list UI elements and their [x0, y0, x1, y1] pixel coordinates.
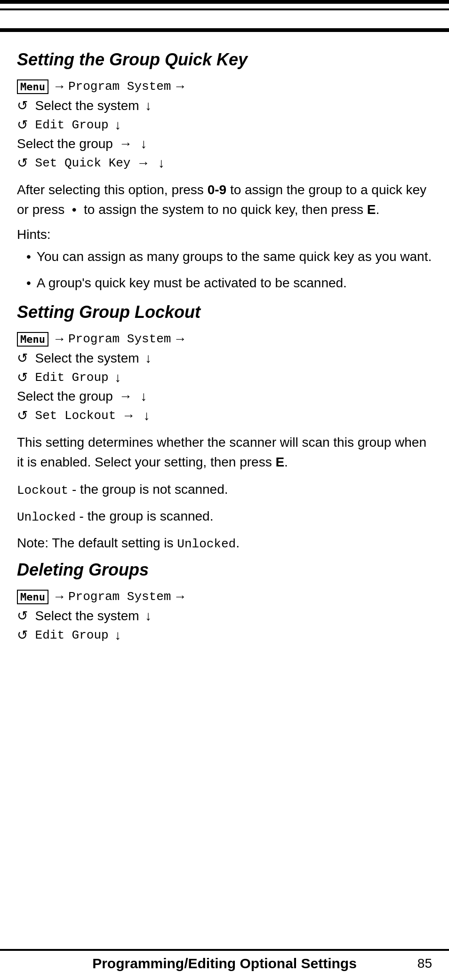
nav-line-2-1: Menu → Program System →: [17, 332, 432, 347]
lockout-text-2: - the group is scanned.: [76, 509, 214, 523]
description-quick-key: After selecting this option, press 0-9 t…: [17, 180, 432, 220]
footer-title: Programming/Editing Optional Settings: [92, 956, 357, 972]
rotate-icon-1-1: ↺: [17, 98, 28, 113]
note-mono: Unlocked: [177, 537, 236, 551]
lockout-mono-2: Unlocked: [17, 510, 76, 524]
select-system-1: Select the system: [28, 98, 139, 113]
nav-line-1-2: ↺ Select the system ↓: [17, 98, 432, 113]
select-group-1: Select the group: [17, 136, 113, 151]
top-border-thin: [0, 8, 449, 10]
nav-line-1-3: ↺ Edit Group ↓: [17, 117, 432, 133]
section-title-quick-key: Setting the Group Quick Key: [17, 50, 432, 70]
rotate-icon-2-3: ↺: [17, 408, 28, 423]
arrow-right-1-3: →: [115, 136, 132, 151]
section-title-lockout: Setting Group Lockout: [17, 302, 432, 322]
lockout-mono-1: Lockout: [17, 483, 68, 498]
hints-label: Hints:: [17, 227, 432, 242]
lockout-text-1: - the group is not scanned.: [68, 482, 228, 497]
bullet-list-1: You can assign as many groups to the sam…: [26, 247, 432, 293]
nav-line-2-2: ↺ Select the system ↓: [17, 350, 432, 366]
nav-line-3-1: Menu → Program System →: [17, 589, 432, 604]
arrow-right-2-4: →: [118, 408, 135, 423]
nav-line-1-1: Menu → Program System →: [17, 79, 432, 94]
arrow-right-1-4: →: [133, 156, 150, 171]
rotate-icon-1-2: ↺: [17, 117, 28, 133]
bullet-item-1: You can assign as many groups to the sam…: [26, 247, 432, 267]
bottom-section: Programming/Editing Optional Settings 85: [0, 949, 449, 980]
nav-line-1-5: ↺ Set Quick Key → ↓: [17, 155, 432, 171]
bold-e-1: E: [367, 202, 376, 217]
nav-line-2-4: Select the group → ↓: [17, 389, 432, 404]
menu-box-2: Menu: [17, 332, 48, 347]
arrow-right-2-2: →: [173, 332, 186, 347]
select-system-2: Select the system: [28, 351, 139, 366]
bullet-item-2: A group's quick key must be activated to…: [26, 273, 432, 293]
rotate-icon-2-2: ↺: [17, 370, 28, 385]
rotate-icon-1-3: ↺: [17, 155, 28, 171]
edit-group-1: Edit Group: [28, 118, 109, 132]
set-quick-key: Set Quick Key: [28, 156, 130, 170]
rotate-icon-3-1: ↺: [17, 608, 28, 624]
program-system-2-1: Program System: [68, 332, 171, 346]
arrow-down-2-4: ↓: [140, 408, 150, 423]
arrow-right-1-2: →: [173, 79, 186, 94]
nav-line-3-2: ↺ Select the system ↓: [17, 608, 432, 624]
description-lockout: This setting determines whether the scan…: [17, 433, 432, 472]
edit-group-2: Edit Group: [28, 371, 109, 385]
set-lockout: Set Lockout: [28, 409, 116, 423]
bullet-text-2: A group's quick key must be activated to…: [37, 273, 347, 293]
lockout-line-2: Unlocked - the group is scanned.: [17, 506, 432, 527]
menu-box-1: Menu: [17, 79, 48, 94]
nav-line-2-5: ↺ Set Lockout → ↓: [17, 408, 432, 423]
arrow-down-1-1: ↓: [142, 98, 152, 113]
bottom-footer: Programming/Editing Optional Settings 85: [0, 956, 449, 972]
arrow-right-3-2: →: [173, 589, 186, 604]
arrow-right-2-3: →: [115, 389, 132, 404]
select-system-3: Select the system: [28, 609, 139, 624]
section-title-deleting: Deleting Groups: [17, 560, 432, 580]
rotate-icon-2-1: ↺: [17, 350, 28, 366]
arrow-right-2-1: →: [53, 332, 66, 347]
lockout-line-1: Lockout - the group is not scanned.: [17, 480, 432, 500]
arrow-right-3-1: →: [53, 589, 66, 604]
arrow-down-3-2: ↓: [111, 628, 121, 643]
arrow-down-1-3: ↓: [137, 136, 147, 151]
edit-group-3: Edit Group: [28, 628, 109, 642]
menu-box-3: Menu: [17, 590, 48, 604]
rotate-icon-3-2: ↺: [17, 627, 28, 643]
main-content: Setting the Group Quick Key Menu → Progr…: [0, 32, 449, 675]
select-group-2: Select the group: [17, 389, 113, 404]
top-border-thick: [0, 0, 449, 4]
arrow-down-1-2: ↓: [111, 118, 121, 133]
arrow-down-2-2: ↓: [111, 370, 121, 385]
header-bar: [0, 28, 449, 32]
nav-line-3-3: ↺ Edit Group ↓: [17, 627, 432, 643]
arrow-down-3-1: ↓: [142, 609, 152, 624]
nav-line-1-4: Select the group → ↓: [17, 136, 432, 151]
arrow-down-2-3: ↓: [137, 389, 147, 404]
nav-line-2-3: ↺ Edit Group ↓: [17, 370, 432, 385]
bottom-divider: [0, 949, 449, 951]
footer-page-number: 85: [417, 956, 432, 971]
arrow-right-1-1: →: [53, 79, 66, 94]
note-line: Note: The default setting is Unlocked.: [17, 533, 432, 553]
arrow-down-1-4: ↓: [154, 156, 165, 171]
arrow-down-2-1: ↓: [142, 351, 152, 366]
program-system-1-1: Program System: [68, 79, 171, 94]
bullet-text-1: You can assign as many groups to the sam…: [37, 247, 432, 267]
bold-09: 0-9: [208, 182, 226, 197]
program-system-3-1: Program System: [68, 590, 171, 604]
bold-e-2: E: [275, 455, 284, 469]
